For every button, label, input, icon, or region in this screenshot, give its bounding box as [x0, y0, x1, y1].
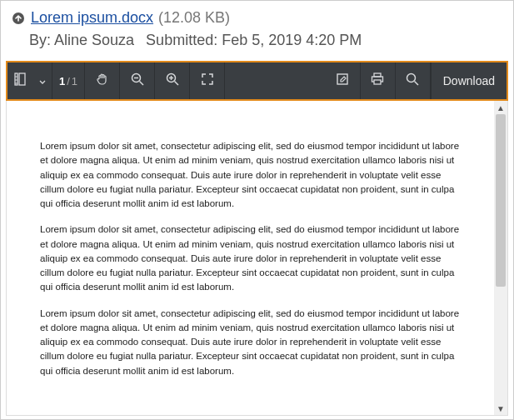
- upload-icon: [11, 11, 26, 26]
- pan-button[interactable]: [85, 62, 120, 99]
- search-icon: [405, 72, 420, 90]
- zoom-in-icon: [165, 72, 180, 90]
- scroll-thumb[interactable]: [496, 114, 506, 287]
- file-row: Lorem ipsum.docx (12.08 KB): [11, 9, 503, 27]
- viewer-toolbar: 1 / 1: [7, 62, 507, 99]
- thumbnails-button[interactable]: [7, 62, 32, 99]
- paragraph: Lorem ipsum dolor sit amet, consectetur …: [40, 139, 461, 211]
- page-current: 1: [59, 75, 65, 88]
- search-button[interactable]: [396, 62, 431, 99]
- svg-line-18: [415, 82, 419, 86]
- zoom-out-icon: [130, 72, 145, 90]
- print-button[interactable]: [361, 62, 396, 99]
- thumbnails-dropdown[interactable]: [32, 62, 52, 99]
- submitted-block: Submitted: Feb 5, 2019 4:20 PM: [146, 32, 362, 49]
- file-size: (12.08 KB): [158, 9, 230, 27]
- page-indicator[interactable]: 1 / 1: [52, 62, 85, 99]
- svg-line-10: [174, 82, 178, 86]
- print-icon: [370, 72, 385, 90]
- paragraph: Lorem ipsum dolor sit amet, consectetur …: [40, 307, 461, 378]
- file-meta: By: Aline Souza Submitted: Feb 5, 2019 4…: [29, 32, 503, 49]
- page-total: 1: [72, 75, 77, 88]
- svg-rect-13: [337, 74, 347, 84]
- paragraph: Lorem ipsum dolor sit amet, consectetur …: [40, 222, 461, 294]
- svg-line-7: [139, 82, 143, 86]
- scroll-up-icon[interactable]: ▲: [494, 101, 507, 114]
- page-separator: /: [67, 75, 70, 88]
- hand-icon: [95, 72, 110, 90]
- submitted-label: Submitted:: [146, 32, 217, 48]
- zoom-in-button[interactable]: [155, 62, 190, 99]
- toolbar-highlight: 1 / 1: [6, 61, 508, 101]
- edit-icon: [336, 72, 349, 89]
- author-name: Aline Souza: [54, 32, 134, 48]
- zoom-out-button[interactable]: [120, 62, 155, 99]
- fullscreen-icon: [201, 72, 214, 89]
- svg-rect-5: [19, 73, 25, 85]
- submitted-value: Feb 5, 2019 4:20 PM: [222, 32, 362, 48]
- chevron-down-icon: [39, 73, 46, 88]
- scroll-track[interactable]: [494, 114, 507, 402]
- thumbnails-icon: [14, 72, 26, 89]
- file-name-link[interactable]: Lorem ipsum.docx: [31, 9, 153, 27]
- scroll-down-icon[interactable]: ▼: [494, 402, 507, 415]
- scrollbar[interactable]: ▲ ▼: [494, 101, 507, 415]
- svg-rect-16: [374, 80, 381, 84]
- svg-point-17: [407, 74, 416, 82]
- document-viewer: Lorem ipsum dolor sit amet, consectetur …: [6, 101, 508, 416]
- by-label: By:: [29, 32, 51, 48]
- file-header: Lorem ipsum.docx (12.08 KB) By: Aline So…: [1, 1, 513, 54]
- edit-button[interactable]: [326, 62, 361, 99]
- download-button[interactable]: Download: [431, 62, 507, 99]
- fullscreen-button[interactable]: [190, 62, 225, 99]
- document-page: Lorem ipsum dolor sit amet, consectetur …: [7, 101, 494, 415]
- author-block: By: Aline Souza: [29, 32, 134, 49]
